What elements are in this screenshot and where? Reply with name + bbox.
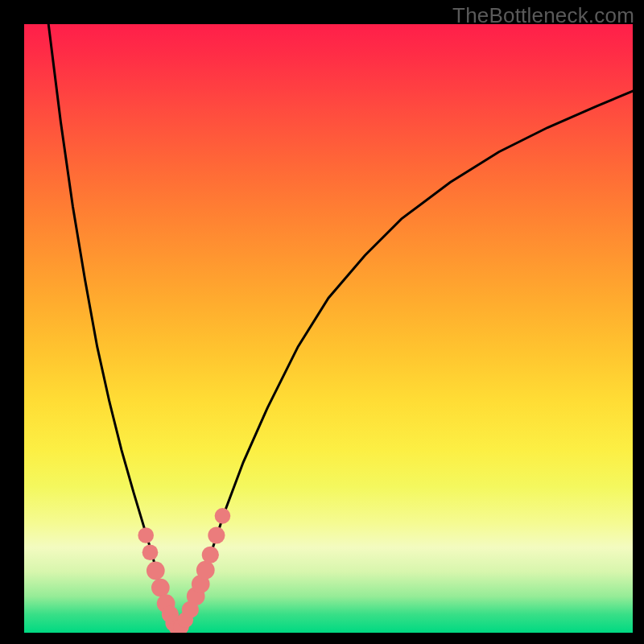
chart-stage: TheBottleneck.com xyxy=(0,0,644,644)
marker-dot xyxy=(147,562,165,580)
marker-dot xyxy=(142,544,159,560)
marker-dot xyxy=(138,527,154,543)
curves-svg xyxy=(24,24,633,633)
marker-dot xyxy=(196,561,215,580)
curve-right xyxy=(178,91,633,630)
marker-group xyxy=(138,508,230,633)
marker-dot xyxy=(208,526,225,543)
marker-dot xyxy=(202,547,219,564)
plot-area xyxy=(24,24,633,633)
marker-dot xyxy=(151,579,170,597)
curve-left xyxy=(48,24,178,630)
marker-dot xyxy=(215,508,231,524)
